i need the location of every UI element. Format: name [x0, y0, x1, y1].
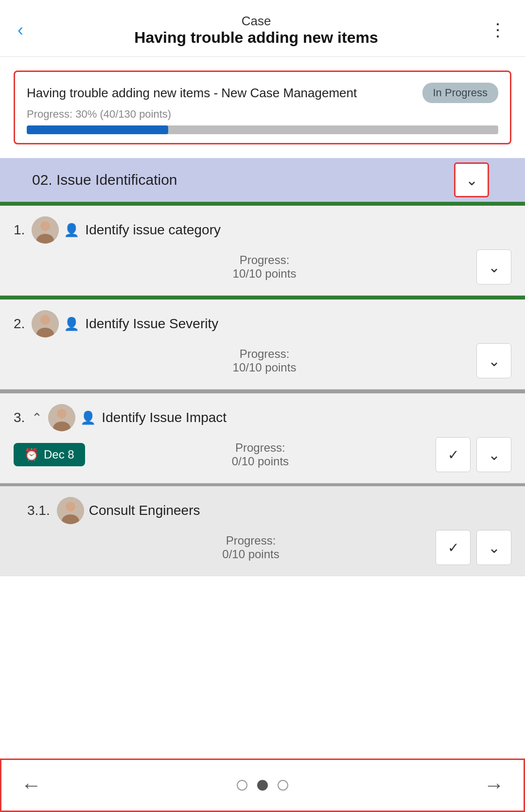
task-1-progress-line2: 10/10 points — [52, 267, 476, 281]
task-3-actions: ✓ ⌄ — [436, 437, 511, 472]
task-3-body: ⏰ Dec 8 Progress: 0/10 points ✓ ⌄ — [14, 437, 511, 472]
task-2-progress-line1: Progress: — [52, 347, 476, 361]
task-2-name: Identify Issue Severity — [85, 316, 218, 332]
next-button[interactable]: → — [484, 774, 504, 797]
prev-button[interactable]: ← — [21, 774, 41, 797]
section-dropdown-button[interactable]: ⌄ — [454, 162, 489, 197]
chevron-down-icon: ⌄ — [488, 259, 500, 276]
task-3-progress: Progress: 0/10 points — [85, 441, 436, 468]
task-3-number: 3. — [14, 410, 25, 425]
case-title: Having trouble adding new items - New Ca… — [27, 86, 415, 101]
status-badge: In Progress — [422, 83, 499, 103]
subtask-3-1-container: 3.1. Consult Engineers Progress: 0/10 po… — [0, 483, 525, 576]
subtask-3-1-body: Progress: 0/10 points ✓ ⌄ — [27, 530, 511, 565]
task-3-header: 3. ⌃ 👤 Identify Issue Impact — [14, 404, 511, 431]
svg-point-7 — [57, 409, 67, 419]
task-3-date-label: Dec 8 — [44, 448, 74, 461]
task-2-actions: ⌄ — [476, 343, 511, 378]
chevron-down-icon: ⌄ — [488, 446, 500, 463]
nav-dot-1[interactable] — [237, 780, 247, 791]
case-card: Having trouble adding new items - New Ca… — [14, 71, 511, 144]
check-icon: ✓ — [448, 447, 459, 463]
task-1-progress: Progress: 10/10 points — [52, 253, 476, 281]
header-title: Case Having trouble adding new items — [23, 14, 489, 47]
subtask-progress-line1: Progress: — [66, 534, 436, 547]
header-subtitle: Case — [23, 14, 489, 29]
subtask-3-1-avatar — [57, 497, 84, 524]
task-1-container: 1. 👤 Identify issue category Progress: 1… — [0, 202, 525, 296]
section-header-body: 02. Issue Identification ⌄ — [15, 158, 501, 202]
avatar-image — [57, 497, 84, 524]
section-arrow-right — [501, 158, 525, 202]
app-header: ‹ Case Having trouble adding new items ⋮ — [0, 0, 525, 57]
task-3-progress-line1: Progress: — [85, 441, 436, 455]
task-3-container: 3. ⌃ 👤 Identify Issue Impact ⏰ Dec 8 Pro… — [0, 389, 525, 483]
avatar-image — [32, 216, 59, 244]
section-arrow-left — [0, 158, 15, 202]
task-3-dropdown-button[interactable]: ⌄ — [476, 437, 511, 472]
nav-dot-2[interactable] — [257, 780, 268, 791]
nav-dot-3[interactable] — [278, 780, 288, 791]
person-icon: 👤 — [64, 317, 79, 332]
person-icon: 👤 — [64, 223, 79, 238]
progress-bar-background — [27, 125, 498, 134]
svg-point-4 — [40, 315, 50, 325]
progress-label: Progress: 30% (40/130 points) — [27, 108, 498, 121]
avatar-image — [48, 404, 75, 431]
avatar-image — [32, 310, 59, 337]
task-1-body: Progress: 10/10 points ⌄ — [14, 249, 511, 284]
check-icon: ✓ — [448, 540, 459, 556]
task-1-number: 1. — [14, 222, 25, 238]
subtask-3-1-check-button[interactable]: ✓ — [436, 530, 471, 565]
task-2-number: 2. — [14, 316, 25, 332]
task-2-dropdown-button[interactable]: ⌄ — [476, 343, 511, 378]
subtask-item: 3.1. Consult Engineers Progress: 0/10 po… — [0, 483, 525, 576]
task-2-progress: Progress: 10/10 points — [52, 347, 476, 374]
section-header: 02. Issue Identification ⌄ — [0, 158, 525, 202]
pagination-dots — [237, 780, 288, 791]
task-1-avatar — [32, 216, 59, 244]
person-icon: 👤 — [80, 410, 96, 425]
case-card-header: Having trouble adding new items - New Ca… — [27, 83, 498, 103]
task-1-dropdown-button[interactable]: ⌄ — [476, 249, 511, 284]
task-3-name: Identify Issue Impact — [102, 410, 227, 425]
chevron-down-icon: ⌄ — [488, 539, 500, 556]
task-3-check-button[interactable]: ✓ — [436, 437, 471, 472]
task-1-header: 1. 👤 Identify issue category — [14, 216, 511, 244]
subtask-3-1-actions: ✓ ⌄ — [436, 530, 511, 565]
task-1-name: Identify issue category — [85, 222, 221, 238]
back-button[interactable]: ‹ — [18, 20, 23, 40]
task-2-green-bar — [0, 296, 525, 300]
task-3-date-badge[interactable]: ⏰ Dec 8 — [14, 443, 85, 466]
svg-point-10 — [66, 502, 75, 512]
task-item: 2. 👤 Identify Issue Severity Progress: 1… — [0, 300, 525, 389]
subtask-3-1-dropdown-button[interactable]: ⌄ — [476, 530, 511, 565]
bottom-navigation: ← → — [0, 759, 525, 812]
task-2-avatar — [32, 310, 59, 337]
subtask-progress-line2: 0/10 points — [66, 547, 436, 561]
task-2-header: 2. 👤 Identify Issue Severity — [14, 310, 511, 337]
chevron-down-icon: ⌄ — [466, 172, 478, 189]
task-3-gray-bar — [0, 389, 525, 393]
task-1-actions: ⌄ — [476, 249, 511, 284]
chevron-down-icon: ⌄ — [488, 353, 500, 370]
task-2-progress-line2: 10/10 points — [52, 361, 476, 374]
subtask-3-1-progress: Progress: 0/10 points — [66, 534, 436, 561]
task-2-container: 2. 👤 Identify Issue Severity Progress: 1… — [0, 296, 525, 389]
section-title: 02. Issue Identification — [32, 172, 177, 188]
progress-bar-fill — [27, 125, 168, 134]
subtask-3-1-header: 3.1. Consult Engineers — [27, 497, 511, 524]
svg-point-1 — [40, 221, 50, 231]
subtask-3-1-number: 3.1. — [27, 503, 50, 518]
expand-up-icon: ⌃ — [32, 410, 42, 425]
task-3-avatar — [48, 404, 75, 431]
header-main-title: Having trouble adding new items — [23, 29, 489, 47]
task-2-body: Progress: 10/10 points ⌄ — [14, 343, 511, 378]
task-1-green-bar — [0, 202, 525, 206]
more-options-button[interactable]: ⋮ — [489, 20, 508, 40]
task-1-progress-line1: Progress: — [52, 253, 476, 267]
task-item: 3. ⌃ 👤 Identify Issue Impact ⏰ Dec 8 Pro… — [0, 393, 525, 483]
clock-icon: ⏰ — [24, 448, 39, 461]
task-item: 1. 👤 Identify issue category Progress: 1… — [0, 206, 525, 296]
task-3-progress-line2: 0/10 points — [85, 455, 436, 468]
